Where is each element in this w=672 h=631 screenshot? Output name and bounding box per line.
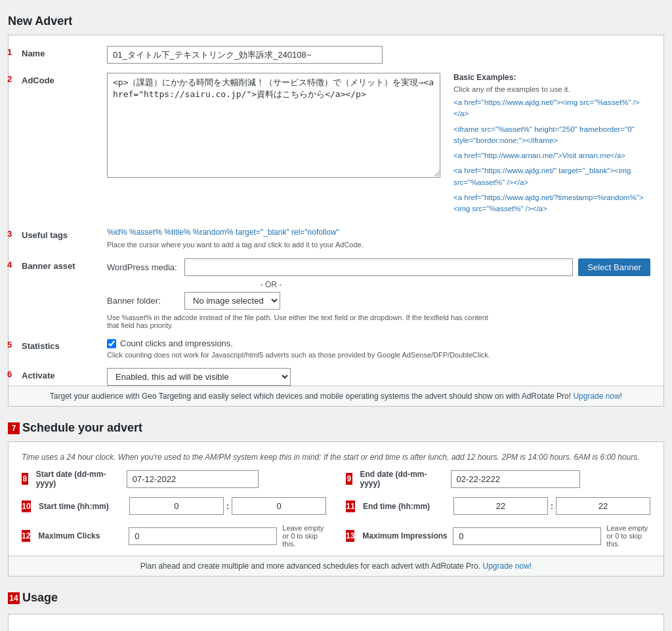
step-9: 9 [346, 473, 352, 485]
start-time-item: 10 Start time (hh:mm) : [22, 497, 326, 515]
example-4[interactable]: <a href="https://www.ajdg.net/" target="… [453, 165, 650, 188]
adcode-left: <p>（課題）にかかる時間を大幅削減！（サービス特徴）で（メリット）を実現⇒<a… [107, 73, 440, 218]
usage-card: Widget Drag the AdRotate widget to the s… [8, 614, 664, 631]
end-date-item: 9 End date (dd-mm-yyyy) [346, 470, 650, 488]
or-divider: - OR - [107, 280, 435, 289]
statistics-field-col: Count clicks and impressions. Click coun… [107, 338, 650, 359]
step-14: 14 [8, 592, 20, 604]
schedule-title: Schedule your advert [22, 421, 142, 435]
useful-tags-note: Place the cursor where you want to add a… [107, 241, 364, 249]
wordpress-media-label: WordPress media: [107, 262, 179, 272]
banner-asset-field-col: WordPress media: Select Banner - OR - Ba… [107, 258, 650, 329]
example-2[interactable]: <iframe src="%asset%" height="250" frame… [453, 124, 650, 147]
start-time-hh[interactable] [129, 497, 224, 515]
example-1[interactable]: <a href="https://www.ajdg.net/"><img src… [453, 97, 650, 120]
usage-table: Widget Drag the AdRotate widget to the s… [22, 625, 650, 631]
step-5: 5 [7, 340, 12, 350]
examples-title: Basic Examples: [453, 73, 650, 82]
statistics-note: Click counting does not work for Javascr… [107, 351, 650, 359]
main-card: 1 Name 2 AdCode <p>（課題）にかかる時間を大幅削減！（サービス… [8, 35, 664, 407]
end-time-wrap: : [453, 497, 650, 515]
useful-tags-link[interactable]: %id% %asset% %title% %random% target="_b… [107, 228, 650, 237]
banner-folder-select[interactable]: No image selected [184, 292, 280, 310]
widget-label: Widget [22, 625, 107, 631]
step-4: 4 [7, 260, 12, 270]
name-row: 1 Name [22, 46, 650, 64]
statistics-row: 5 Statistics Count clicks and impression… [22, 338, 650, 359]
max-impressions-input[interactable] [453, 527, 601, 545]
end-date-label: End date (dd-mm-yyyy) [360, 470, 446, 488]
max-clicks-note: Leave empty or 0 to skip this. [282, 524, 326, 548]
start-time-mm[interactable] [232, 497, 326, 515]
step-6: 6 [7, 369, 12, 379]
banner-note: Use %asset% in the adcode instead of the… [107, 314, 501, 329]
examples-panel: Basic Examples: Click any of the example… [453, 73, 650, 218]
usage-widget-row: Widget Drag the AdRotate widget to the s… [22, 625, 650, 631]
adcode-textarea[interactable]: <p>（課題）にかかる時間を大幅削減！（サービス特徴）で（メリット）を実現⇒<a… [107, 73, 440, 178]
schedule-note: Time uses a 24 hour clock. When you're u… [22, 453, 650, 462]
name-label: 1 Name [22, 46, 107, 58]
activate-field-col: Enabled, this ad will be visible [107, 368, 650, 386]
max-impressions-label: Maximum Impressions [362, 531, 448, 540]
geo-bar: Target your audience with Geo Targeting … [9, 386, 663, 406]
activate-label: 6 Activate [22, 368, 107, 380]
adcode-label: 2 AdCode [22, 73, 107, 85]
example-5[interactable]: <a href="https://www.ajdg.net/?timestamp… [453, 192, 650, 215]
schedule-upgrade-text: Plan ahead and create multiple and more … [140, 561, 480, 571]
statistics-label: 5 Statistics [22, 338, 107, 351]
schedule-card: Time uses a 24 hour clock. When you're u… [8, 441, 664, 577]
step-13: 13 [346, 530, 354, 542]
start-date-item: 8 Start date (dd-mm-yyyy) [22, 470, 326, 488]
select-banner-button[interactable]: Select Banner [578, 258, 650, 276]
activate-select[interactable]: Enabled, this ad will be visible [107, 368, 291, 386]
name-field-col [107, 46, 650, 64]
schedule-heading: 7 Schedule your advert [8, 413, 664, 441]
banner-asset-label: 4 Banner asset [22, 258, 107, 271]
step-12: 12 [22, 530, 30, 542]
step-10: 10 [22, 500, 31, 512]
statistics-checkbox-row: Count clicks and impressions. [107, 338, 650, 348]
useful-tags-label: 3 Useful tags [22, 228, 107, 240]
end-time-mm[interactable] [556, 497, 650, 515]
name-input[interactable] [107, 46, 383, 64]
wordpress-media-input[interactable] [184, 258, 573, 276]
step-7: 7 [8, 422, 20, 434]
useful-tags-field-col: %id% %asset% %title% %random% target="_b… [107, 228, 650, 249]
step-8: 8 [22, 473, 28, 485]
adcode-field-col: <p>（課題）にかかる時間を大幅削減！（サービス特徴）で（メリット）を実現⇒<a… [107, 73, 650, 218]
geo-upgrade-link[interactable]: Upgrade now! [573, 392, 622, 401]
max-clicks-label: Maximum Clicks [38, 531, 123, 540]
usage-title: Usage [22, 591, 58, 605]
schedule-upgrade-link[interactable]: Upgrade now! [482, 561, 532, 571]
schedule-grid: 8 Start date (dd-mm-yyyy) 9 End date (dd… [22, 470, 650, 548]
example-3[interactable]: <a href="http://www.arnan.me/">Visit arn… [453, 150, 650, 161]
adcode-wrap: <p>（課題）にかかる時間を大幅削減！（サービス特徴）で（メリット）を実現⇒<a… [107, 73, 650, 218]
max-clicks-input[interactable] [129, 527, 277, 545]
usage-heading: 14 Usage [8, 583, 664, 611]
start-date-input[interactable] [127, 470, 259, 488]
widget-text: Drag the AdRotate widget to the sidebar … [107, 625, 650, 631]
end-date-input[interactable] [451, 470, 580, 488]
end-time-hh[interactable] [453, 497, 548, 515]
useful-tags-row: 3 Useful tags %id% %asset% %title% %rand… [22, 228, 650, 249]
end-time-item: 11 End time (hh:mm) : [346, 497, 650, 515]
schedule-upgrade-bar: Plan ahead and create multiple and more … [9, 556, 663, 576]
geo-bar-text: Target your audience with Geo Targeting … [50, 392, 571, 401]
step-1: 1 [7, 47, 12, 57]
examples-subtitle: Click any of the examples to use it. [453, 85, 650, 93]
step-2: 2 [7, 74, 12, 84]
max-impressions-note: Leave empty or 0 to skip this. [606, 524, 650, 548]
step-11: 11 [346, 500, 355, 512]
start-time-wrap: : [129, 497, 326, 515]
max-impressions-item: 13 Maximum Impressions Leave empty or 0 … [346, 524, 650, 548]
step-3: 3 [7, 229, 12, 239]
max-clicks-item: 12 Maximum Clicks Leave empty or 0 to sk… [22, 524, 326, 548]
statistics-checkbox[interactable] [107, 339, 116, 348]
statistics-checkbox-label: Count clicks and impressions. [120, 338, 233, 348]
start-date-label: Start date (dd-mm-yyyy) [36, 470, 121, 488]
adcode-row: 2 AdCode <p>（課題）にかかる時間を大幅削減！（サービス特徴）で（メリ… [22, 73, 650, 218]
banner-folder-label: Banner folder: [107, 296, 179, 306]
wordpress-media-row: WordPress media: Select Banner [107, 258, 650, 276]
banner-asset-row: 4 Banner asset WordPress media: Select B… [22, 258, 650, 329]
activate-row: 6 Activate Enabled, this ad will be visi… [22, 368, 650, 386]
